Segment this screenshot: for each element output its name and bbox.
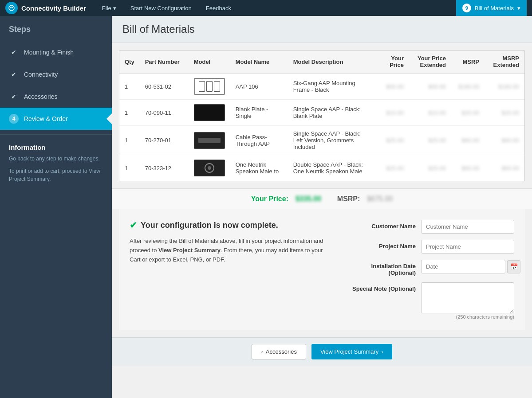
- new-config-button[interactable]: Start New Configuration: [123, 0, 199, 16]
- cell-price-ext: $10.00: [409, 100, 451, 126]
- next-button[interactable]: View Project Summary ›: [311, 344, 392, 359]
- cell-your-price: $25.00: [374, 155, 409, 181]
- cell-model-name: Cable Pass-Through AAP: [230, 126, 288, 155]
- your-price-value: $335.00: [296, 195, 321, 203]
- sidebar-item-accessories[interactable]: ✔ Accessories: [0, 86, 112, 108]
- config-description: After reviewing the Bill of Materials ab…: [130, 237, 328, 264]
- bom-button[interactable]: 9 Bill of Materials ▾: [456, 0, 527, 16]
- brand-name: Connectivity Builder: [21, 4, 86, 12]
- step-label: Accessories: [24, 93, 57, 100]
- col-header-model-name: Model Name: [230, 51, 288, 73]
- special-note-input[interactable]: [421, 282, 514, 313]
- col-header-part: Part Number: [140, 51, 189, 73]
- product-image: [194, 132, 225, 149]
- chevron-right-icon: ›: [381, 348, 383, 355]
- special-note-row: Special Note (Optional) (250 characters …: [349, 282, 514, 320]
- config-complete-title: ✔ Your configuration is now complete.: [130, 220, 328, 230]
- chevron-down-icon: ▾: [517, 5, 520, 12]
- config-form-panel: Customer Name Project Name Installation …: [339, 209, 525, 330]
- bom-table-section: Qty Part Number Model Model Name Model D…: [119, 50, 525, 181]
- step-label: Connectivity: [24, 71, 58, 78]
- cell-desc: Single Space AAP - Black: Blank Plate: [288, 100, 374, 126]
- cell-msrp: $60.00: [451, 126, 485, 155]
- your-price-label: Your Price:: [251, 195, 288, 203]
- table-row: 1 60-531-02 AAP 106 Six-Gang AAP Mountin…: [119, 73, 524, 100]
- customer-name-input[interactable]: [421, 220, 514, 234]
- cell-part: 70-270-01: [140, 126, 189, 155]
- cell-msrp-ext: $180.00: [485, 73, 524, 100]
- footer-buttons-bar: ‹ Accessories View Project Summary ›: [112, 337, 532, 366]
- sidebar-info-section: Information Go back to any step to make …: [0, 134, 112, 196]
- col-header-msrp-ext: MSRP Extended: [485, 51, 524, 73]
- cell-price-ext: $25.00: [409, 126, 451, 155]
- table-row: 1 70-270-01 Cable Pass-Through AAP Singl…: [119, 126, 524, 155]
- cell-qty: 1: [119, 155, 140, 181]
- project-name-label: Project Name: [349, 240, 416, 250]
- table-row: 1 70-090-11 Blank Plate - Single Single …: [119, 100, 524, 126]
- sidebar-item-connectivity[interactable]: ✔ Connectivity: [0, 63, 112, 86]
- project-name-row: Project Name: [349, 240, 514, 254]
- cell-model-name: Blank Plate - Single: [230, 100, 288, 126]
- char-remaining-text: (250 characters remaining): [421, 314, 514, 320]
- sidebar: Steps ✔ Mounting & Finish ✔ Connectivity…: [0, 16, 112, 398]
- customer-name-row: Customer Name: [349, 220, 514, 234]
- install-date-input[interactable]: [421, 260, 505, 273]
- customer-name-label: Customer Name: [349, 220, 416, 230]
- sidebar-item-review-order[interactable]: 4 Review & Order: [0, 108, 112, 130]
- product-image: [194, 160, 225, 176]
- logo-icon: [5, 2, 18, 14]
- page-title: Bill of Materials: [122, 23, 521, 35]
- chevron-left-icon: ‹: [261, 348, 263, 355]
- project-name-input[interactable]: [421, 240, 514, 254]
- feedback-button[interactable]: Feedback: [199, 0, 238, 16]
- col-header-msrp: MSRP: [451, 51, 485, 73]
- cell-model-img: [189, 73, 230, 100]
- col-header-desc: Model Description: [288, 51, 374, 73]
- check-icon: ✔: [9, 47, 19, 57]
- file-menu[interactable]: File ▾: [95, 0, 123, 16]
- cell-msrp-ext: $60.00: [485, 155, 524, 181]
- cell-your-price: $00.00: [374, 73, 409, 100]
- info-text-2: To print or add to cart, proceed to View…: [9, 167, 103, 183]
- col-header-model: Model: [189, 51, 230, 73]
- sidebar-item-mounting-finish[interactable]: ✔ Mounting & Finish: [0, 41, 112, 63]
- msrp-value: $675.00: [367, 195, 393, 203]
- price-summary-bar: Your Price: $335.00 MSRP: $675.00: [112, 188, 532, 209]
- cell-msrp: $20.00: [451, 100, 485, 126]
- date-wrapper: 📅: [421, 260, 520, 273]
- calendar-icon[interactable]: 📅: [507, 260, 520, 273]
- step-number: 4: [9, 114, 19, 124]
- app-logo: Connectivity Builder: [5, 2, 86, 14]
- check-icon: ✔: [130, 220, 137, 230]
- check-icon: ✔: [9, 92, 19, 101]
- chevron-down-icon: ▾: [113, 5, 116, 12]
- cell-qty: 1: [119, 73, 140, 100]
- bom-count-badge: 9: [462, 4, 471, 12]
- step-label: Review & Order: [24, 115, 68, 122]
- page-header: Bill of Materials: [112, 16, 532, 43]
- cell-model-img: [189, 100, 230, 126]
- install-date-label: Installation Date (Optional): [349, 260, 416, 276]
- bom-table: Qty Part Number Model Model Name Model D…: [119, 51, 524, 181]
- top-navigation: Connectivity Builder File ▾ Start New Co…: [0, 0, 532, 16]
- cell-msrp-ext: $20.00: [485, 100, 524, 126]
- col-header-qty: Qty: [119, 51, 140, 73]
- cell-part: 60-531-02: [140, 73, 189, 100]
- config-title-text: Your configuration is now complete.: [141, 221, 278, 230]
- product-image: [194, 78, 225, 95]
- cell-your-price: $10.00: [374, 100, 409, 126]
- steps-title: Steps: [0, 25, 112, 41]
- cell-desc: Double Space AAP - Black: One Neutrik Sp…: [288, 155, 374, 181]
- col-header-price-ext: Your Price Extended: [409, 51, 451, 73]
- step-label: Mounting & Finish: [24, 49, 74, 56]
- cell-model-name: One Neutrik Speakon Male to: [230, 155, 288, 181]
- cell-msrp: $60.00: [451, 155, 485, 181]
- col-header-your-price: Your Price: [374, 51, 409, 73]
- cell-model-name: AAP 106: [230, 73, 288, 100]
- back-button[interactable]: ‹ Accessories: [252, 344, 306, 359]
- cell-qty: 1: [119, 126, 140, 155]
- config-left-panel: ✔ Your configuration is now complete. Af…: [119, 209, 339, 330]
- cell-model-img: [189, 126, 230, 155]
- svg-point-0: [9, 5, 14, 11]
- cell-qty: 1: [119, 100, 140, 126]
